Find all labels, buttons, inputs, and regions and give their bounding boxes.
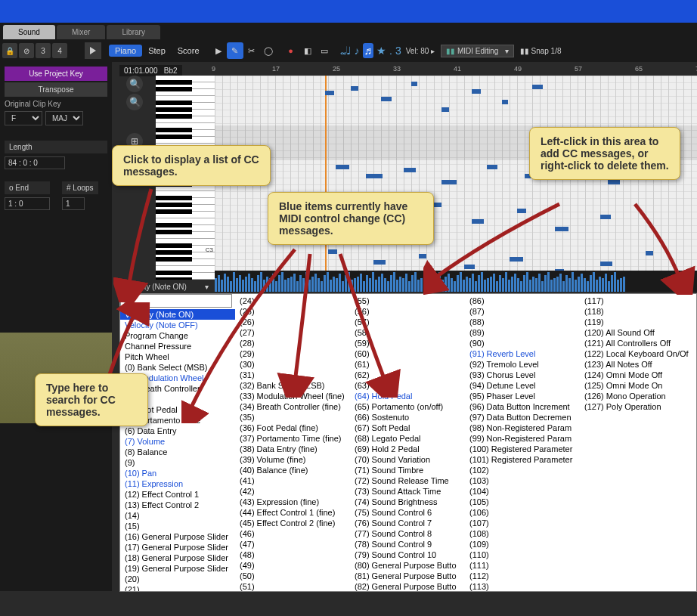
- cc-list-item[interactable]: (68) Legato Pedal: [350, 433, 465, 444]
- cc-list-item[interactable]: (75) Sound Control 6: [350, 507, 465, 518]
- cc-list-item[interactable]: (9): [120, 457, 235, 468]
- cc-list-item[interactable]: (51): [235, 581, 350, 591]
- timesig-4[interactable]: 4: [52, 43, 67, 58]
- cc-list-item[interactable]: (104): [465, 486, 580, 497]
- cc-list-item[interactable]: (117): [580, 296, 695, 306]
- cut-icon[interactable]: ✂: [243, 42, 260, 59]
- length-input[interactable]: [5, 156, 65, 169]
- cc-list-item[interactable]: (17) General Purpose Slider: [120, 542, 235, 553]
- cc-list-item[interactable]: (86): [465, 296, 580, 306]
- cc-list-item[interactable]: (94) Detune Level: [465, 380, 580, 391]
- cc-list-item[interactable]: (101) Registered Parameter: [465, 454, 580, 465]
- cc-bar[interactable]: [596, 280, 598, 292]
- note-tuplet[interactable]: 3: [395, 45, 401, 57]
- cc-list-item[interactable]: (107): [465, 518, 580, 528]
- cc-list-item[interactable]: (67) Soft Pedal: [350, 423, 465, 433]
- lock-icon[interactable]: 🔒: [2, 43, 17, 58]
- cc-list-item[interactable]: (72) Sound Release Time: [350, 475, 465, 486]
- cc-list-item[interactable]: (100) Registered Parameter: [465, 444, 580, 454]
- cc-list-item[interactable]: (48): [235, 549, 350, 560]
- cc-list-item[interactable]: (44) Effect Control 1 (fine): [235, 507, 350, 518]
- velocity-value[interactable]: 80: [420, 47, 429, 55]
- cc-list-item[interactable]: (21): [120, 584, 235, 591]
- cc-list-item[interactable]: (88): [465, 317, 580, 327]
- midi-note[interactable]: [502, 100, 508, 104]
- erase-icon[interactable]: ◯: [260, 42, 277, 59]
- cc-list-item[interactable]: (74) Sound Brightness: [350, 497, 465, 507]
- cc-list-item[interactable]: (78) Sound Control 9: [350, 539, 465, 549]
- cc-list-item[interactable]: (76) Sound Control 7: [350, 518, 465, 528]
- scale-select[interactable]: MAJ: [45, 111, 83, 125]
- cc-bar[interactable]: [414, 272, 417, 292]
- cc-list-item[interactable]: (99) Non-Registered Param: [465, 433, 580, 444]
- midi-note[interactable]: [472, 89, 481, 94]
- cc-list-item[interactable]: (49): [235, 560, 350, 571]
- mode-piano[interactable]: Piano: [109, 45, 142, 57]
- cc-list-item[interactable]: (7) Volume: [120, 436, 235, 447]
- cc-list-item[interactable]: (90): [465, 338, 580, 348]
- cc-bar[interactable]: [578, 277, 580, 292]
- cc-list-item[interactable]: (82) General Purpose Butto: [350, 581, 465, 591]
- tab-mixer[interactable]: Mixer: [57, 25, 105, 39]
- record-icon[interactable]: ●: [283, 42, 299, 59]
- midi-note[interactable]: [404, 168, 416, 172]
- note-sixteenth[interactable]: ♬: [363, 43, 374, 58]
- cc-bar[interactable]: [417, 280, 420, 292]
- cc-list-item[interactable]: (50): [235, 571, 350, 581]
- cc-list-item[interactable]: (13) Effect Control 2: [120, 500, 235, 510]
- cc-list-item[interactable]: (37) Portamento Time (fine): [235, 433, 350, 444]
- cc-bar[interactable]: [605, 274, 607, 292]
- cc-bar[interactable]: [420, 278, 423, 292]
- cc-list-item[interactable]: (127) Poly Operation: [580, 401, 695, 412]
- cc-list-item[interactable]: (8) Balance: [120, 447, 235, 457]
- midi-note[interactable]: [441, 180, 457, 184]
- note-quarter[interactable]: ♩: [346, 45, 352, 57]
- cc-list-item[interactable]: (14): [120, 510, 235, 521]
- midi-note[interactable]: [381, 97, 392, 101]
- cc-list-item[interactable]: (73) Sound Attack Time: [350, 486, 465, 497]
- cc-list-item[interactable]: (102): [465, 465, 580, 475]
- cc-list-item[interactable]: (38) Data Entry (fine): [235, 444, 350, 454]
- cc-list-item[interactable]: (6) Data Entry: [120, 426, 235, 436]
- midi-note[interactable]: [608, 180, 620, 184]
- midi-note[interactable]: [336, 165, 349, 169]
- cc-list-item[interactable]: (81) General Purpose Butto: [350, 571, 465, 581]
- cc-bar[interactable]: [411, 275, 414, 292]
- mode-step[interactable]: Step: [142, 45, 172, 57]
- cc-list-item[interactable]: (92) Tremolo Level: [465, 359, 580, 370]
- play-button[interactable]: [85, 42, 101, 59]
- cc-list-item[interactable]: (89): [465, 327, 580, 338]
- cc-bar[interactable]: [602, 278, 604, 292]
- cc-list-item[interactable]: (91) Reverb Level: [465, 348, 580, 359]
- cc-list-item[interactable]: (119): [580, 317, 695, 327]
- cc-list-item[interactable]: (109): [465, 539, 580, 549]
- cc-list-item[interactable]: (47): [235, 539, 350, 549]
- cc-list-item[interactable]: (125) Omni Mode On: [580, 380, 695, 391]
- cc-bar[interactable]: [575, 280, 577, 292]
- use-project-key-button[interactable]: Use Project Key: [5, 67, 107, 81]
- cc-list-item[interactable]: (113): [465, 581, 580, 591]
- cc-list-item[interactable]: (118): [580, 306, 695, 317]
- cc-list-item[interactable]: (79) Sound Control 10: [350, 549, 465, 560]
- cc-list-item[interactable]: (43) Expression (fine): [235, 497, 350, 507]
- cc-list-item[interactable]: (11) Expression: [120, 478, 235, 489]
- midi-note[interactable]: [532, 85, 543, 89]
- cc-list-item[interactable]: (45) Effect Control 2 (fine): [235, 518, 350, 528]
- cc-list-item[interactable]: (93) Chorus Level: [465, 370, 580, 380]
- cc-list-item[interactable]: (16) General Purpose Slider: [120, 531, 235, 542]
- midi-note[interactable]: [351, 86, 358, 91]
- midi-note[interactable]: [325, 91, 334, 95]
- cc-list-item[interactable]: (112): [465, 571, 580, 581]
- cc-list-item[interactable]: (66) Sostenuto: [350, 412, 465, 423]
- midi-note[interactable]: [366, 174, 383, 178]
- cc-list-item[interactable]: (19) General Purpose Slider: [120, 563, 235, 574]
- loops-input[interactable]: [62, 197, 85, 210]
- note-dot[interactable]: .: [389, 45, 392, 57]
- cc-list-item[interactable]: (110): [465, 549, 580, 560]
- snap-select[interactable]: ▮▮ Snap 1/8: [520, 47, 562, 55]
- cc-list-item[interactable]: (77) Sound Control 8: [350, 528, 465, 539]
- midi-editing-select[interactable]: ▮▮ MIDI Editing ▾: [441, 45, 514, 57]
- tab-library[interactable]: Library: [107, 25, 160, 39]
- cc-list-item[interactable]: (18) General Purpose Slider: [120, 553, 235, 563]
- cursor-icon[interactable]: ▶: [210, 42, 227, 59]
